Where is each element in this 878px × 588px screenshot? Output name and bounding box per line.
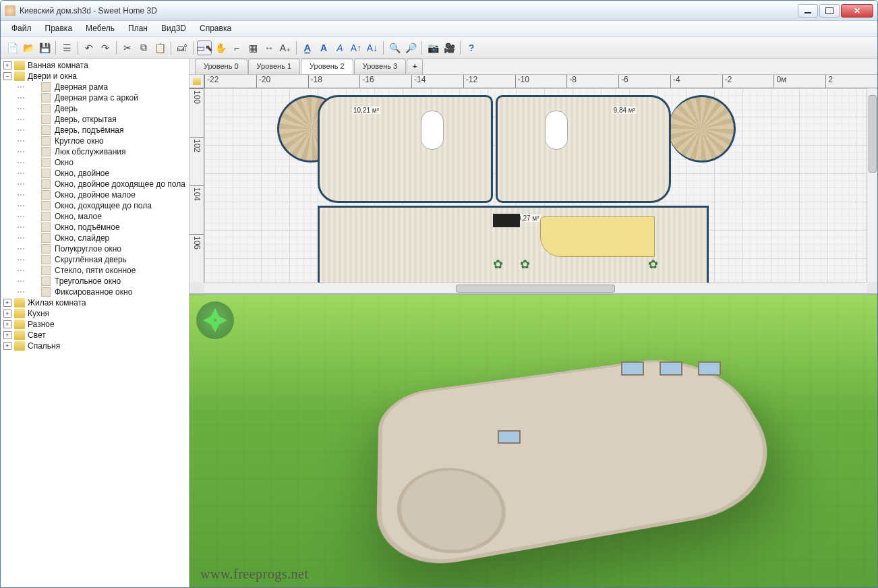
- text-style-icon[interactable]: A̲: [300, 40, 315, 55]
- zoom-out-icon[interactable]: 🔎: [403, 40, 418, 55]
- furniture-item[interactable]: ⋯Окно, слайдер: [2, 233, 187, 243]
- menu-plan[interactable]: План: [121, 21, 154, 36]
- furniture-item[interactable]: ⋯Треугольное окно: [2, 276, 187, 287]
- create-rooms-icon[interactable]: ▦: [245, 40, 260, 55]
- open-file-icon[interactable]: 📂: [21, 40, 36, 55]
- category-item[interactable]: −Двери и окна: [2, 71, 187, 82]
- expand-icon[interactable]: +: [3, 320, 11, 328]
- preferences-icon[interactable]: ☰: [59, 40, 74, 55]
- tree-connector: ⋯: [17, 147, 29, 156]
- category-item[interactable]: +Свет: [2, 330, 187, 341]
- bathtub-icon[interactable]: [545, 111, 568, 150]
- furniture-item[interactable]: ⋯Окно, двойное: [2, 168, 187, 179]
- furniture-item[interactable]: ⋯Дверь: [2, 103, 187, 114]
- tab-level-2[interactable]: Уровень 2: [301, 59, 353, 74]
- category-item[interactable]: +Разное: [2, 319, 187, 330]
- plant-icon[interactable]: ✿: [520, 257, 532, 269]
- view-3d-panel[interactable]: www.freeprogs.net: [189, 295, 877, 587]
- photo-icon[interactable]: 📷: [426, 40, 440, 55]
- ruler-tick: 106: [189, 234, 204, 283]
- category-item[interactable]: +Ванная комната: [2, 60, 187, 71]
- furniture-item[interactable]: ⋯Окно, двойное доходящее до пола: [2, 179, 187, 189]
- furniture-item[interactable]: ⋯Дверь, открытая: [2, 114, 187, 125]
- floorplan-drawing[interactable]: 10,21 м² 9,84 м² 120,27 м² ✿: [277, 88, 763, 284]
- expand-icon[interactable]: +: [3, 342, 11, 350]
- text-decrease-icon[interactable]: A↓: [365, 40, 380, 55]
- paste-icon[interactable]: 📋: [152, 40, 167, 55]
- bathtub-icon[interactable]: [421, 111, 444, 150]
- copy-icon[interactable]: ⧉: [136, 40, 151, 55]
- cut-icon[interactable]: ✂: [120, 40, 135, 55]
- save-icon[interactable]: 💾: [37, 40, 52, 55]
- room-upper-left[interactable]: 10,21 м²: [318, 95, 493, 203]
- expand-icon[interactable]: +: [3, 331, 11, 339]
- plant-icon[interactable]: ✿: [648, 257, 660, 269]
- furniture-item[interactable]: ⋯Окно, малое: [2, 211, 187, 222]
- minimize-button[interactable]: [798, 4, 818, 18]
- furniture-item[interactable]: ⋯Скруглённая дверь: [2, 254, 187, 265]
- furniture-item[interactable]: ⋯Стекло, пяти оконное: [2, 265, 187, 276]
- scroll-thumb[interactable]: [456, 285, 615, 293]
- furniture-item[interactable]: ⋯Фиксированное окно: [2, 287, 187, 297]
- undo-icon[interactable]: ↶: [82, 40, 96, 55]
- furniture-item[interactable]: ⋯Окно, доходящее до пола: [2, 200, 187, 211]
- furniture-item[interactable]: ⋯Круглое окно: [2, 136, 187, 146]
- furniture-item[interactable]: ⋯Дверь, подъёмная: [2, 125, 187, 136]
- furniture-item[interactable]: ⋯Окно, подъёмное: [2, 222, 187, 233]
- house-3d-model[interactable]: [382, 330, 767, 558]
- expand-icon[interactable]: +: [3, 61, 11, 69]
- expand-icon[interactable]: +: [3, 310, 11, 318]
- close-button[interactable]: [841, 4, 873, 18]
- category-item[interactable]: +Спальня: [2, 341, 187, 351]
- menu-edit[interactable]: Правка: [38, 21, 80, 36]
- furniture-catalog[interactable]: +Ванная комната−Двери и окна⋯Дверная рам…: [1, 59, 189, 587]
- tab-level-0[interactable]: Уровень 0: [195, 59, 247, 74]
- sofa-icon[interactable]: [540, 216, 655, 257]
- maximize-button[interactable]: [819, 4, 840, 18]
- plan-canvas[interactable]: -22-20-18-16-14-12-10-8-6-4-20м2 1001021…: [189, 75, 877, 293]
- titlebar[interactable]: Киевский дом.sh3d - Sweet Home 3D: [1, 1, 877, 21]
- text-increase-icon[interactable]: A↑: [349, 40, 363, 55]
- text-bold-icon[interactable]: A: [316, 40, 331, 55]
- redo-icon[interactable]: ↷: [98, 40, 113, 55]
- menu-view3d[interactable]: Вид3D: [154, 21, 193, 36]
- furniture-item[interactable]: ⋯Полукруглое окно: [2, 243, 187, 254]
- plant-icon[interactable]: ✿: [493, 257, 505, 269]
- create-walls-icon[interactable]: ⌐: [229, 40, 244, 55]
- menu-furniture[interactable]: Мебель: [79, 21, 121, 36]
- create-dimensions-icon[interactable]: ↔: [262, 40, 276, 55]
- create-text-icon[interactable]: A₊: [278, 40, 293, 55]
- tab-level-3[interactable]: Уровень 3: [354, 59, 407, 74]
- tv-icon[interactable]: [493, 214, 520, 227]
- add-furniture-icon[interactable]: 🛋: [175, 40, 189, 55]
- text-italic-icon[interactable]: A: [332, 40, 347, 55]
- menu-help[interactable]: Справка: [193, 21, 238, 36]
- room-upper-right[interactable]: 9,84 м²: [496, 95, 671, 203]
- furniture-item[interactable]: ⋯Окно, двойное малое: [2, 189, 187, 200]
- pan-tool-icon[interactable]: ✋: [213, 40, 228, 55]
- tab-level-1[interactable]: Уровень 1: [248, 59, 301, 74]
- scrollbar-vertical[interactable]: [867, 88, 877, 283]
- ruler-origin-icon[interactable]: [189, 75, 204, 88]
- stair-tower-right[interactable]: [668, 95, 736, 163]
- new-file-icon[interactable]: 📄: [5, 40, 20, 55]
- furniture-item[interactable]: ⋯Люк обслуживания: [2, 146, 187, 157]
- furniture-item[interactable]: ⋯Окно: [2, 157, 187, 168]
- select-tool-icon[interactable]: ▭⬉: [197, 40, 212, 55]
- category-item[interactable]: +Жилая комната: [2, 297, 187, 308]
- scrollbar-horizontal[interactable]: [204, 283, 867, 293]
- navigation-compass[interactable]: [196, 301, 234, 339]
- menubar: Файл Правка Мебель План Вид3D Справка: [1, 21, 877, 37]
- help-icon[interactable]: ?: [464, 40, 479, 55]
- furniture-item[interactable]: ⋯Дверная рама с аркой: [2, 92, 187, 103]
- furniture-item[interactable]: ⋯Дверная рама: [2, 82, 187, 92]
- add-level-button[interactable]: +: [407, 59, 423, 74]
- expand-icon[interactable]: +: [3, 299, 11, 307]
- zoom-in-icon[interactable]: 🔍: [387, 40, 402, 55]
- menu-file[interactable]: Файл: [5, 21, 38, 36]
- category-item[interactable]: +Кухня: [2, 308, 187, 319]
- collapse-icon[interactable]: −: [3, 72, 11, 80]
- video-icon[interactable]: 🎥: [442, 40, 457, 55]
- tree-connector: ⋯: [17, 169, 29, 178]
- scroll-thumb[interactable]: [869, 95, 877, 173]
